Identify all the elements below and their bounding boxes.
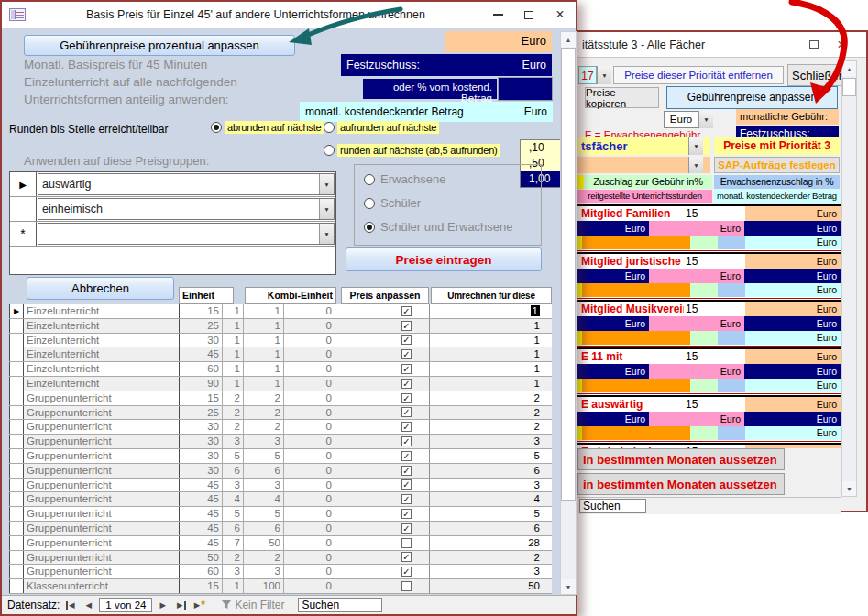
table-row[interactable]: Gruppenunterricht45330✓3 — [9, 478, 552, 493]
checkbox[interactable]: ✓ — [401, 494, 412, 504]
price-group-combo[interactable]: einheimisch — [38, 198, 335, 220]
checkbox[interactable]: ✓ — [401, 566, 412, 577]
cell-umrechnen-groesse[interactable]: 28 — [429, 536, 544, 550]
row-selector[interactable] — [9, 492, 24, 506]
chevron-down-icon[interactable] — [698, 111, 713, 128]
scroll-up-icon[interactable]: ▲ — [842, 61, 856, 76]
orange-combo[interactable] — [577, 157, 710, 173]
festzuschuss-field[interactable]: Festzuschuss: Euro — [341, 54, 552, 76]
monthly-fee-field[interactable]: Euro — [745, 397, 841, 412]
radio-icon[interactable] — [324, 122, 335, 133]
cell-umrechnen-groesse[interactable]: 3 — [429, 478, 544, 492]
row-selector[interactable] — [9, 507, 24, 521]
cell-umrechnen-groesse[interactable]: 2 — [429, 420, 544, 434]
cost-covering-field[interactable]: Euro — [745, 331, 841, 345]
table-row[interactable]: Gruppenunterricht45550✓5 — [9, 507, 552, 522]
blue-cell[interactable] — [718, 379, 745, 392]
cell-umrechnen-groesse[interactable]: 5 — [429, 507, 544, 521]
first-record-button[interactable]: ◀ — [62, 599, 78, 612]
cost-covering-field[interactable]: Euro — [745, 283, 841, 297]
fee-field-navy-2[interactable]: Euro — [744, 221, 841, 236]
checkbox[interactable]: ✓ — [401, 349, 412, 359]
cost-covering-field[interactable]: monatl. kostendeckender Betrag Euro — [300, 102, 553, 122]
row-selector[interactable] — [9, 449, 24, 463]
currency-combo[interactable]: Euro — [664, 111, 713, 128]
table-row[interactable]: ▶Einzelunterricht15110✓1 — [9, 304, 552, 319]
chevron-down-icon[interactable] — [319, 224, 334, 244]
maximize-button[interactable] — [800, 32, 828, 57]
row-selector[interactable] — [9, 377, 24, 390]
blue-cell[interactable] — [718, 331, 745, 345]
monthly-fee-field[interactable]: Euro — [745, 206, 841, 221]
checkbox[interactable]: ✓ — [401, 436, 412, 446]
row-selector[interactable] — [9, 362, 24, 376]
row-selector[interactable] — [9, 551, 24, 565]
monthly-fee-field[interactable]: Euro — [745, 254, 841, 269]
scrollbar-thumb[interactable] — [842, 78, 856, 96]
fee-field-navy-2[interactable]: Euro — [744, 412, 841, 426]
cost-covering-field[interactable]: Euro — [745, 426, 841, 440]
fee-field-pink[interactable]: Euro — [649, 221, 744, 236]
checkbox[interactable] — [401, 538, 412, 548]
green-cell[interactable] — [690, 283, 718, 297]
cell-umrechnen-groesse[interactable]: 1 — [429, 304, 544, 318]
cell-umrechnen-groesse[interactable]: 50 — [429, 579, 544, 593]
next-record-button[interactable]: ▶ — [155, 599, 170, 612]
cell-umrechnen-groesse[interactable]: 6 — [429, 522, 544, 535]
cell-umrechnen-groesse[interactable]: 3 — [429, 434, 544, 448]
cell-umrechnen-groesse[interactable]: 1 — [429, 362, 544, 376]
round-option-up[interactable]: aufrunden auf nächste — [324, 121, 439, 134]
green-cell[interactable] — [690, 236, 718, 249]
fee-field-pink[interactable]: Euro — [649, 316, 744, 331]
row-selector[interactable] — [9, 579, 24, 593]
monthly-fee-field[interactable]: Euro — [745, 302, 841, 316]
new-record-button[interactable]: ▶* — [192, 599, 207, 612]
table-row[interactable]: Gruppenunterricht30330✓3 — [9, 434, 552, 449]
schliessen-button[interactable]: Schließen — [787, 64, 850, 86]
table-row[interactable]: Einzelunterricht30110✓1 — [9, 334, 552, 348]
cost-covering-field[interactable]: Euro — [745, 379, 841, 392]
green-cell[interactable] — [690, 426, 718, 440]
row-selector[interactable] — [9, 478, 24, 492]
cell-umrechnen-groesse[interactable]: 4 — [429, 492, 544, 506]
scroll-down-icon[interactable]: ▼ — [561, 579, 576, 594]
left-vertical-scrollbar[interactable]: ▲ ▼ — [560, 31, 577, 595]
fee-field-navy-1[interactable]: Euro — [577, 364, 649, 379]
record-position-input[interactable] — [99, 598, 152, 612]
chevron-down-icon[interactable] — [688, 157, 703, 173]
orange-bar-field[interactable] — [582, 331, 690, 345]
percent-of-cost-input[interactable] — [498, 77, 553, 101]
cost-covering-field[interactable]: Euro — [745, 236, 841, 249]
close-button[interactable]: × — [544, 2, 576, 28]
suspend-months-button-2[interactable]: in bestimmten Monaten aussetzen — [577, 473, 785, 495]
fee-field-navy-1[interactable]: Euro — [577, 412, 649, 426]
radio-icon[interactable] — [364, 198, 375, 209]
orange-bar-field[interactable] — [582, 283, 690, 297]
table-row[interactable]: Gruppenunterricht30660✓6 — [9, 464, 552, 478]
checkbox[interactable] — [401, 581, 412, 591]
cell-umrechnen-groesse[interactable]: 1 — [429, 377, 544, 390]
cell-umrechnen-groesse[interactable]: 2 — [429, 551, 544, 565]
row-selector[interactable] — [9, 434, 24, 448]
chevron-down-icon[interactable] — [319, 174, 334, 194]
scroll-up-icon[interactable]: ▲ — [561, 32, 576, 47]
maximize-button[interactable] — [513, 2, 544, 28]
fee-field-pink[interactable]: Euro — [649, 412, 744, 426]
priority-combo[interactable]: 17 — [578, 66, 611, 84]
checkbox[interactable]: ✓ — [401, 451, 412, 461]
round-option-nearest[interactable]: runden auf nächste (ab,5 aufrunden) — [324, 144, 500, 157]
cell-umrechnen-groesse[interactable]: 1 — [429, 347, 544, 361]
cell-umrechnen-groesse[interactable]: 3 — [429, 565, 544, 578]
cell-umrechnen-groesse[interactable]: 5 — [429, 449, 544, 463]
subject-combo[interactable]: tsfächer — [577, 138, 710, 155]
table-row[interactable]: Gruppenunterricht45440✓4 — [9, 492, 552, 507]
cell-umrechnen-groesse[interactable]: 6 — [429, 464, 544, 478]
green-cell[interactable] — [690, 379, 718, 392]
table-row[interactable]: Gruppenunterricht60330✓3 — [9, 565, 552, 579]
adjust-fees-button[interactable]: Gebührenpreise anpassen — [666, 86, 838, 109]
monthly-fee-field[interactable]: Euro — [745, 349, 841, 364]
price-group-row[interactable]: ▶ auswärtig — [10, 172, 335, 197]
blue-cell[interactable] — [718, 236, 745, 249]
previous-record-button[interactable]: ◀ — [81, 599, 96, 612]
chevron-down-icon[interactable] — [319, 199, 334, 219]
